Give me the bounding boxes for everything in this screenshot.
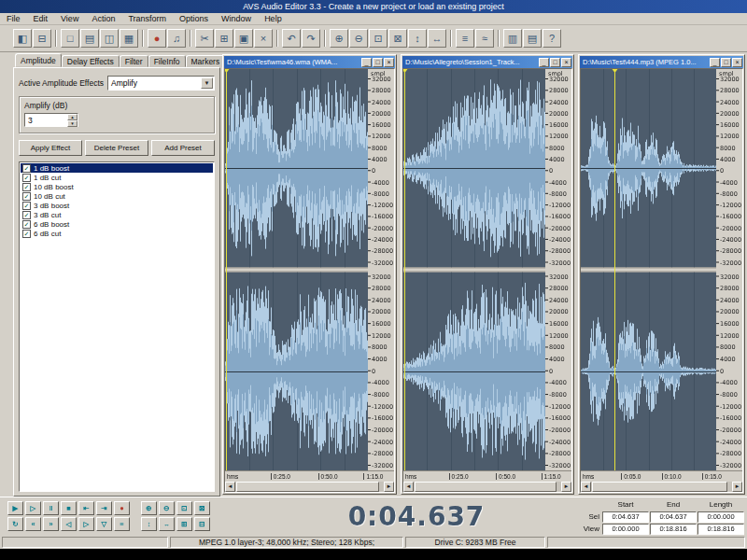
zoom-in-button[interactable]: ⊕ — [141, 501, 157, 515]
open-file-button[interactable]: ▤ — [80, 29, 99, 48]
waveform-display[interactable] — [403, 69, 571, 470]
mdi-title-bar[interactable]: D:\Music\Test\444.mp3 (MPEG 1.0..._□× — [580, 56, 743, 68]
loop-button[interactable]: ↻ — [7, 517, 23, 531]
horizontal-scrollbar[interactable]: ◄► — [581, 482, 742, 492]
menu-transform[interactable]: Transform — [121, 13, 173, 24]
zoom-all-button[interactable]: ⊠ — [388, 29, 407, 48]
spin-up-icon[interactable]: ▴ — [67, 114, 78, 120]
minimize-button[interactable]: _ — [710, 58, 720, 67]
preset-item[interactable]: ✓6 dB boost — [21, 219, 213, 229]
delete-preset-button[interactable]: Delete Preset — [85, 140, 148, 156]
scrollbar-thumb[interactable] — [415, 482, 557, 492]
marker-list-button[interactable]: ≡ — [114, 517, 130, 531]
minimize-button[interactable]: _ — [361, 58, 372, 67]
rewind-button[interactable]: « — [25, 517, 41, 531]
zoom-selection-button[interactable]: ⊡ — [176, 501, 192, 515]
paste-button[interactable]: ▣ — [234, 29, 253, 48]
scroll-right-icon[interactable]: ► — [732, 482, 742, 492]
prev-marker-button[interactable]: ◁ — [61, 517, 77, 531]
menu-help[interactable]: Help — [258, 13, 289, 24]
menu-edit[interactable]: Edit — [27, 13, 55, 24]
close-button[interactable]: × — [384, 58, 394, 67]
effect-select[interactable]: Amplify ▼ — [107, 76, 215, 91]
preset-list[interactable]: ✓1 dB boost✓1 dB cut✓10 dB boost✓10 dB c… — [19, 161, 215, 492]
amplify-db-spinner[interactable]: 3 ▴▾ — [24, 113, 78, 127]
checkbox-icon[interactable]: ✓ — [22, 220, 31, 229]
menu-file[interactable]: File — [0, 13, 27, 24]
mdi-title-bar[interactable]: D:\Music\Allegreto\Session1_Track..._□× — [402, 56, 572, 68]
menu-options[interactable]: Options — [173, 13, 215, 24]
menu-view[interactable]: View — [54, 13, 85, 24]
title-bar[interactable]: AVS Audio Editor 3.3 - Create a new proj… — [0, 0, 747, 13]
zoom-vertical-button[interactable]: ↕ — [408, 29, 427, 48]
stop-button[interactable]: ■ — [61, 501, 77, 515]
menu-window[interactable]: Window — [215, 13, 258, 24]
preset-item[interactable]: ✓3 dB boost — [21, 201, 213, 210]
maximize-button[interactable]: □ — [373, 58, 383, 67]
maximize-button[interactable]: □ — [550, 58, 560, 67]
horizontal-scrollbar[interactable]: ◄► — [225, 482, 394, 492]
tab-filter[interactable]: Filter — [120, 55, 148, 67]
record-button[interactable]: ● — [148, 29, 166, 48]
scroll-left-icon[interactable]: ◄ — [403, 482, 414, 492]
zoom-vertical-out-button[interactable]: ↔ — [159, 517, 175, 531]
redo-button[interactable]: ↷ — [302, 29, 320, 48]
preset-item[interactable]: ✓3 dB cut — [21, 210, 213, 219]
cascade-windows-button[interactable]: ▤ — [523, 29, 542, 48]
cut-button[interactable]: ✂ — [195, 29, 214, 48]
save-file-button[interactable]: ◫ — [100, 29, 119, 48]
tab-markers[interactable]: Markers — [186, 55, 226, 67]
scroll-right-icon[interactable]: ► — [384, 482, 394, 492]
scrollbar-thumb[interactable] — [236, 482, 379, 492]
scroll-left-icon[interactable]: ◄ — [225, 482, 235, 492]
checkbox-icon[interactable]: ✓ — [22, 164, 31, 173]
goto-start-button[interactable]: ⇤ — [78, 501, 94, 515]
play-all-button[interactable]: ▷ — [25, 501, 41, 515]
close-button[interactable]: × — [732, 58, 742, 67]
mdi-title-bar[interactable]: D:\Music\Test\wma46.wma (WMA..._□× — [224, 56, 395, 68]
chevron-down-icon[interactable]: ▼ — [201, 77, 213, 89]
zoom-out-horizontal-button[interactable]: ⊟ — [194, 517, 210, 531]
play-button[interactable]: ▶ — [7, 501, 23, 515]
zoom-all-button[interactable]: ⊠ — [194, 501, 210, 515]
tab-amplitude[interactable]: Amplitude — [15, 53, 62, 67]
tab-delay-effects[interactable]: Delay Effects — [62, 55, 120, 67]
preset-item[interactable]: ✓10 dB cut — [21, 191, 213, 201]
zoom-out-button[interactable]: ⊖ — [349, 29, 368, 48]
checkbox-icon[interactable]: ✓ — [22, 211, 31, 219]
close-button[interactable]: × — [561, 58, 571, 67]
scroll-right-icon[interactable]: ► — [561, 482, 571, 492]
zoom-in-horizontal-button[interactable]: ⊞ — [176, 517, 192, 531]
preset-item[interactable]: ✓1 dB cut — [21, 173, 213, 182]
scroll-left-icon[interactable]: ◄ — [581, 482, 591, 492]
toggle-left-panel-button[interactable]: ◧ — [13, 29, 32, 48]
preset-item[interactable]: ✓10 dB boost — [21, 182, 213, 191]
maximize-button[interactable]: □ — [721, 58, 731, 67]
checkbox-icon[interactable]: ✓ — [22, 174, 31, 182]
tile-windows-button[interactable]: ▥ — [503, 29, 522, 48]
toggle-bottom-panel-button[interactable]: ⊟ — [33, 29, 51, 48]
zoom-selection-button[interactable]: ⊡ — [369, 29, 388, 48]
zoom-horizontal-button[interactable]: ↔ — [428, 29, 446, 48]
minimize-button[interactable]: _ — [539, 58, 549, 67]
new-file-button[interactable]: □ — [61, 29, 79, 48]
checkbox-icon[interactable]: ✓ — [22, 192, 31, 201]
mix-button[interactable]: ♫ — [167, 29, 186, 48]
pause-button[interactable]: ‖ — [43, 501, 59, 515]
checkbox-icon[interactable]: ✓ — [22, 230, 31, 238]
add-marker-button[interactable]: ▽ — [96, 517, 112, 531]
delete-button[interactable]: × — [254, 29, 273, 48]
undo-button[interactable]: ↶ — [282, 29, 301, 48]
select-all-button[interactable]: ≡ — [456, 29, 474, 48]
save-all-button[interactable]: ▦ — [120, 29, 138, 48]
add-preset-button[interactable]: Add Preset — [151, 140, 215, 156]
preset-item[interactable]: ✓1 dB boost — [21, 163, 213, 173]
spin-down-icon[interactable]: ▾ — [67, 120, 78, 127]
waveform-display[interactable] — [581, 69, 742, 470]
scrollbar-track[interactable] — [414, 482, 561, 492]
zoom-out-button[interactable]: ⊖ — [159, 501, 175, 515]
record-button[interactable]: ● — [114, 501, 130, 515]
waveform-display[interactable] — [225, 69, 394, 470]
tab-fileinfo[interactable]: FileInfo — [148, 55, 186, 67]
help-button[interactable]: ? — [543, 29, 561, 48]
